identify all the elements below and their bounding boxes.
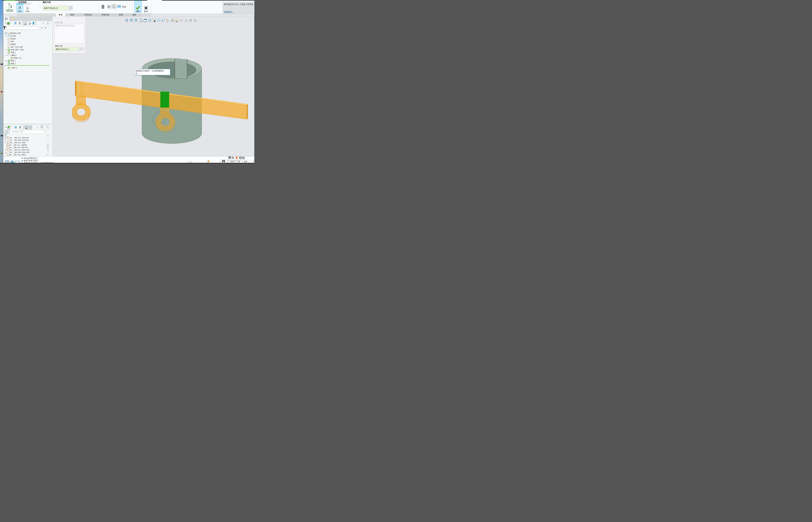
layer-transfer-button[interactable]: [27, 125, 32, 129]
tab-deformation-control[interactable]: 变形控制: [97, 13, 114, 16]
combo-dropdown-icon[interactable]: ▼: [44, 131, 45, 133]
tree-settings-dropdown[interactable]: ▼: [5, 22, 6, 24]
expand-all-button[interactable]: [14, 22, 17, 24]
layer-row[interactable]: ▶ 01___PRT_DEF_DTM_PLN: [5, 139, 28, 141]
layer-list-button[interactable]: [41, 125, 44, 129]
tab-properties[interactable]: 属性: [127, 13, 141, 16]
view-manager-button[interactable]: [152, 19, 157, 23]
dragger-display-button[interactable]: [193, 19, 197, 23]
panel-drag-handle[interactable]: · · · ·: [66, 17, 71, 18]
scrollbar-thumb[interactable]: [47, 143, 49, 151]
flag-icon[interactable]: [208, 160, 211, 163]
tree-row-flat1[interactable]: 平整 1: [8, 51, 16, 54]
tree-row-front-plane[interactable]: FRONT: [8, 43, 16, 46]
tree-row-plane1[interactable]: ▶ 平面 1: [6, 59, 16, 62]
layer-row[interactable]: ▶ 05___PRT_ALL_DTM_CSYS: [5, 149, 29, 151]
layer-toolbar-overflow[interactable]: »: [37, 126, 38, 128]
layer-doc-button[interactable]: [46, 125, 49, 129]
layer-row[interactable]: 03___PRT_ALL_CURVES: [6, 144, 27, 146]
layer-model-combo[interactable]: PRT0002.PRT ▼: [9, 130, 46, 134]
find-tool-button[interactable]: ▼: [221, 159, 229, 163]
expand-icon[interactable]: ▶: [6, 49, 7, 51]
fixed-geometry-collector[interactable]: 曲面:F5(拉伸_1): [42, 5, 73, 11]
tree-row-part[interactable]: PRT0002.PRT: [5, 32, 21, 35]
csys-display-button[interactable]: [170, 19, 175, 23]
layer-row[interactable]: ▶ 01___PRT_ALL_DTM_PLN: [5, 137, 28, 139]
window-mini-icon[interactable]: [5, 160, 9, 163]
plane-display-button[interactable]: [161, 19, 166, 23]
tree-row-csys[interactable]: PRT_CSYS_DEF: [8, 46, 23, 48]
display-style-button[interactable]: [143, 19, 147, 23]
read-more-link[interactable]: 阅读更多...: [224, 11, 234, 13]
model-node-icon[interactable]: [7, 22, 9, 25]
saved-orientations-button[interactable]: [147, 19, 152, 23]
zoom-in-button[interactable]: [129, 19, 134, 23]
cancel-button[interactable]: 取消: [143, 1, 150, 13]
selected-fixed-face[interactable]: [160, 92, 169, 108]
pause-feature-button[interactable]: [102, 5, 104, 9]
toolbar-overflow-chevron[interactable]: »: [42, 22, 44, 24]
model-tree-tab[interactable]: [4, 16, 9, 21]
auto-select-button[interactable]: 自动: [16, 3, 23, 13]
collapse-all-button[interactable]: [18, 22, 21, 24]
scroll-up-icon[interactable]: ▲: [47, 135, 48, 136]
repaint-button[interactable]: [138, 19, 143, 23]
tree-row-extrude1[interactable]: ▶ 拉伸 1(第一个壁): [6, 48, 24, 51]
tab-references[interactable]: 参考: [56, 13, 65, 16]
collapse-icon[interactable]: ▼: [6, 55, 7, 56]
layer-status-button[interactable]: [23, 125, 27, 129]
tree-row-mirror1[interactable]: ▼ 镜像 1: [6, 54, 16, 57]
annotation-display-button[interactable]: [179, 19, 184, 23]
insert-indicator-line[interactable]: [4, 65, 49, 66]
expand-icon[interactable]: ▶: [6, 60, 7, 62]
zoom-box-button[interactable]: [125, 19, 129, 23]
add-filter-button[interactable]: +: [44, 26, 47, 29]
search-options-dropdown[interactable]: ▼: [42, 27, 42, 29]
verify-button[interactable]: [122, 5, 126, 8]
tab-options[interactable]: 选项: [114, 13, 127, 16]
left-lug[interactable]: [72, 96, 91, 122]
spin-center-button[interactable]: [184, 19, 189, 23]
scroll-down-icon[interactable]: ▼: [47, 154, 48, 156]
manual-select-button[interactable]: 手动: [24, 3, 31, 13]
filter-dropdown-icon[interactable]: ▼: [253, 161, 254, 162]
tree-list-doc-button[interactable]: [47, 21, 50, 25]
layer-row[interactable]: ▶ 02___PRT_ALL_AXES: [5, 141, 26, 144]
tab-regions[interactable]: 不同区域: [79, 13, 97, 16]
filter-funnel-icon[interactable]: [3, 26, 6, 30]
model-window-icon[interactable]: [15, 161, 19, 163]
layer-collapse-all-button[interactable]: [19, 126, 21, 128]
fixed-geometry-field[interactable]: 曲面:F5(拉伸_1): [55, 47, 78, 51]
expand-icon[interactable]: ▶: [6, 35, 7, 37]
layer-select-tool[interactable]: [4, 130, 9, 134]
layer-settings-dropdown[interactable]: ▼: [5, 126, 6, 128]
tree-columns-button[interactable]: [23, 21, 27, 25]
attached-preview-button[interactable]: [117, 5, 121, 8]
web-globe-icon[interactable]: [11, 161, 14, 163]
tree-row-design-items[interactable]: ▶ 设计项: [6, 35, 16, 37]
unattached-preview-button[interactable]: [112, 4, 116, 9]
layer-scrollbar[interactable]: ▲ ▼: [46, 134, 49, 156]
section-view-button[interactable]: [157, 19, 161, 23]
point-display-button[interactable]: [175, 19, 179, 23]
tree-row-convert1[interactable]: 转换 1: [8, 62, 16, 65]
tree-row-flatten1[interactable]: * 展平 1: [8, 66, 17, 69]
tree-search-input[interactable]: ×: [6, 26, 40, 30]
folder-browser-tab[interactable]: [9, 16, 16, 21]
tree-filter-button[interactable]: [28, 22, 32, 25]
axis-display-button[interactable]: x/y: [166, 19, 170, 23]
bend-geometry-collector[interactable]: 模型中的所有折弯几何: [55, 24, 84, 43]
tree-row-flat1-2[interactable]: 平整 1 (2): [11, 57, 21, 59]
clear-search-icon[interactable]: ×: [38, 27, 39, 29]
collector-toggle-button[interactable]: [68, 6, 73, 10]
layer-row[interactable]: 04___PRT_ALL_DTM_PNT: [6, 146, 28, 148]
layer-row[interactable]: ▶ 05___PRT_DEF_DTM_CSYS: [5, 151, 29, 154]
tree-display-button[interactable]: [33, 22, 36, 25]
tab-deformation[interactable]: 变形: [65, 13, 79, 16]
ok-button[interactable]: 确定: [134, 1, 142, 13]
layer-expand-all-button[interactable]: [14, 126, 17, 128]
no-preview-button[interactable]: [107, 5, 111, 8]
tree-row-right-plane[interactable]: RIGHT: [8, 37, 16, 40]
tree-row-top-plane[interactable]: TOP: [8, 40, 14, 43]
zoom-out-button[interactable]: [134, 19, 138, 23]
